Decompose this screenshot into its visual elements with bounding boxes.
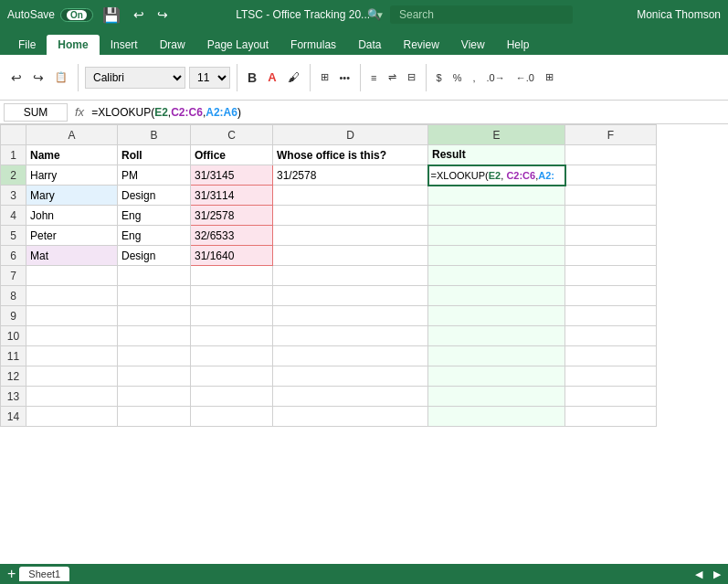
comma-btn[interactable]: , bbox=[469, 69, 479, 86]
cell-f10[interactable] bbox=[565, 326, 657, 346]
cell-e14[interactable] bbox=[428, 407, 565, 427]
cell-e12[interactable] bbox=[428, 366, 565, 387]
cell-e10[interactable] bbox=[428, 326, 565, 346]
cell-f4[interactable] bbox=[565, 206, 657, 226]
cell-a11[interactable] bbox=[26, 346, 118, 366]
tab-view[interactable]: View bbox=[450, 35, 496, 55]
cell-a6[interactable]: Mat bbox=[26, 246, 118, 266]
cell-e5[interactable] bbox=[428, 226, 565, 246]
cell-reference-box[interactable] bbox=[4, 103, 68, 122]
bold-button[interactable]: B bbox=[244, 68, 260, 88]
cell-e7[interactable] bbox=[428, 266, 565, 286]
cell-a14[interactable] bbox=[26, 407, 118, 427]
cell-b6[interactable]: Design bbox=[118, 246, 191, 266]
autosave-toggle[interactable]: On bbox=[60, 8, 93, 22]
cell-b2[interactable]: PM bbox=[118, 165, 191, 186]
clipboard-btn[interactable]: 📋 bbox=[51, 69, 71, 86]
cell-a4[interactable]: John bbox=[26, 206, 118, 226]
cell-e11[interactable] bbox=[428, 346, 565, 366]
increase-decimal-btn[interactable]: .0→ bbox=[482, 69, 508, 86]
col-header-a[interactable]: A bbox=[26, 125, 118, 145]
cell-c4[interactable]: 31/2578 bbox=[191, 206, 273, 226]
cell-b10[interactable] bbox=[118, 326, 191, 346]
cell-d7[interactable] bbox=[273, 266, 428, 286]
cell-a5[interactable]: Peter bbox=[26, 226, 118, 246]
cell-a2[interactable]: Harry bbox=[26, 165, 118, 186]
cell-b12[interactable] bbox=[118, 366, 191, 387]
cell-d12[interactable] bbox=[273, 366, 428, 387]
font-family-select[interactable]: Calibri Arial Times New Roman bbox=[85, 67, 185, 89]
cell-c14[interactable] bbox=[191, 407, 273, 427]
cell-c10[interactable] bbox=[191, 326, 273, 346]
save-icon[interactable]: 💾 bbox=[99, 4, 124, 27]
number-format-btn[interactable]: ⊞ bbox=[542, 69, 557, 86]
cell-e2[interactable]: =XLOOKUP(E2, C2:C6,A2: bbox=[428, 165, 565, 186]
cell-d4[interactable] bbox=[273, 206, 428, 226]
cell-c5[interactable]: 32/6533 bbox=[191, 226, 273, 246]
cell-b14[interactable] bbox=[118, 407, 191, 427]
cell-b4[interactable]: Eng bbox=[118, 206, 191, 226]
cell-b11[interactable] bbox=[118, 346, 191, 366]
cell-b3[interactable]: Design bbox=[118, 186, 191, 206]
redo-btn[interactable]: ↪ bbox=[29, 68, 47, 88]
decrease-decimal-btn[interactable]: ←.0 bbox=[512, 69, 538, 86]
cell-d8[interactable] bbox=[273, 286, 428, 306]
tab-draw[interactable]: Draw bbox=[149, 35, 196, 55]
formula-input[interactable]: =XLOOKUP(E2, C2:C6,A2:A6) bbox=[91, 106, 724, 119]
redo-icon[interactable]: ↪ bbox=[153, 5, 172, 25]
cell-a12[interactable] bbox=[26, 366, 118, 387]
cell-b9[interactable] bbox=[118, 306, 191, 326]
cell-f2[interactable] bbox=[565, 165, 657, 186]
cell-a9[interactable] bbox=[26, 306, 118, 326]
align-btn[interactable]: ≡ bbox=[367, 69, 380, 86]
font-color-btn[interactable]: A bbox=[264, 68, 280, 87]
cell-f9[interactable] bbox=[565, 306, 657, 326]
undo-icon[interactable]: ↩ bbox=[130, 5, 148, 25]
wrap-btn[interactable]: ⇌ bbox=[385, 69, 400, 86]
add-sheet-button[interactable]: + bbox=[7, 567, 16, 581]
cell-c7[interactable] bbox=[191, 266, 273, 286]
more-btn[interactable]: ••• bbox=[336, 69, 354, 86]
cell-e8[interactable] bbox=[428, 286, 565, 306]
cell-d13[interactable] bbox=[273, 387, 428, 407]
font-size-select[interactable]: 11 10 12 14 bbox=[189, 67, 230, 89]
cell-f3[interactable] bbox=[565, 186, 657, 206]
highlight-btn[interactable]: 🖌 bbox=[284, 68, 303, 87]
cell-f5[interactable] bbox=[565, 226, 657, 246]
cell-c11[interactable] bbox=[191, 346, 273, 366]
cell-e9[interactable] bbox=[428, 306, 565, 326]
cell-d5[interactable] bbox=[273, 226, 428, 246]
tab-insert[interactable]: Insert bbox=[100, 35, 149, 55]
cell-f12[interactable] bbox=[565, 366, 657, 387]
cell-c2[interactable]: 31/3145 bbox=[191, 165, 273, 186]
col-header-d[interactable]: D bbox=[273, 125, 428, 145]
tab-data[interactable]: Data bbox=[347, 35, 392, 55]
tab-help[interactable]: Help bbox=[496, 35, 541, 55]
cell-d2[interactable]: 31/2578 bbox=[273, 165, 428, 186]
cell-b1[interactable]: Roll bbox=[118, 145, 191, 165]
cell-a3[interactable]: Mary bbox=[26, 186, 118, 206]
undo-btn[interactable]: ↩ bbox=[7, 68, 26, 88]
cell-d1[interactable]: Whose office is this? bbox=[273, 145, 428, 165]
cell-d11[interactable] bbox=[273, 346, 428, 366]
cell-b13[interactable] bbox=[118, 387, 191, 407]
merge-btn[interactable]: ⊟ bbox=[404, 69, 419, 86]
currency-btn[interactable]: $ bbox=[433, 69, 446, 86]
cell-d9[interactable] bbox=[273, 306, 428, 326]
tab-review[interactable]: Review bbox=[392, 35, 449, 55]
cell-a8[interactable] bbox=[26, 286, 118, 306]
col-header-b[interactable]: B bbox=[118, 125, 191, 145]
cell-f7[interactable] bbox=[565, 266, 657, 286]
borders-btn[interactable]: ⊞ bbox=[317, 69, 332, 86]
cell-c13[interactable] bbox=[191, 387, 273, 407]
cell-c1[interactable]: Office bbox=[191, 145, 273, 165]
cell-a13[interactable] bbox=[26, 387, 118, 407]
col-header-f[interactable]: F bbox=[565, 125, 657, 145]
cell-e4[interactable] bbox=[428, 206, 565, 226]
cell-c3[interactable]: 31/3114 bbox=[191, 186, 273, 206]
percent-btn[interactable]: % bbox=[449, 69, 466, 86]
cell-a7[interactable] bbox=[26, 266, 118, 286]
cell-d6[interactable] bbox=[273, 246, 428, 266]
cell-b5[interactable]: Eng bbox=[118, 226, 191, 246]
cell-e13[interactable] bbox=[428, 387, 565, 407]
